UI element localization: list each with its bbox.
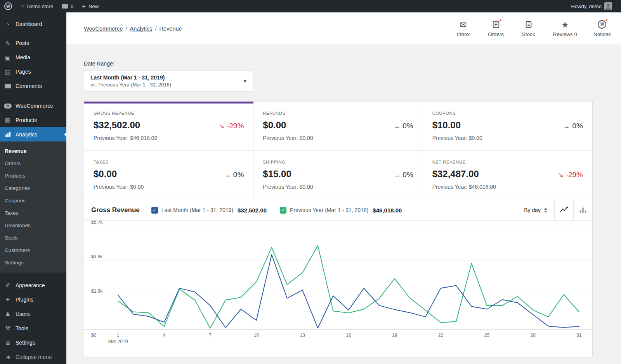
bar-chart-toggle-button[interactable]	[573, 200, 592, 220]
sidebar-item-comments[interactable]: Comments	[0, 79, 66, 93]
menu-separator	[0, 31, 66, 36]
stat-card-shipping[interactable]: SHIPPING $15.00 →0% Previous Year: $0.00	[253, 151, 423, 200]
previous-value: Previous Year: $0.00	[263, 135, 413, 141]
new-label: New	[88, 3, 99, 9]
plugins-icon: ✦	[4, 297, 12, 302]
stat-card-taxes[interactable]: TAXES $0.00 →0% Previous Year: $0.00	[84, 151, 253, 200]
trend-indicator: ↘-29%	[558, 171, 583, 179]
sidebar-item-appearance[interactable]: ✐ Appearance	[0, 278, 66, 292]
breadcrumb-woocommerce-link[interactable]: WooCommerce	[84, 26, 123, 32]
submenu-item-orders[interactable]: Orders	[0, 157, 66, 169]
submenu-item-taxes[interactable]: Taxes	[0, 207, 66, 219]
sidebar-item-label: WooCommerce	[16, 103, 53, 109]
submenu-item-customers[interactable]: Customers	[0, 244, 66, 256]
submenu-item-stock[interactable]: Stock	[0, 231, 66, 244]
analytics-icon	[4, 132, 12, 137]
svg-text:19: 19	[392, 333, 397, 338]
dashboard-icon: ◔	[4, 21, 12, 27]
checkbox-checked[interactable]: ✓	[151, 207, 158, 214]
sidebar-item-plugins[interactable]: ✦ Plugins	[0, 292, 66, 307]
plus-icon: +	[82, 3, 86, 10]
comments-shortcut[interactable]: 0	[57, 0, 78, 12]
trend-down-icon: ↘	[219, 122, 224, 130]
stat-card-refunds[interactable]: REFUNDS $0.00 →0% Previous Year: $0.00	[253, 102, 423, 151]
previous-value: Previous Year: $0.00	[432, 135, 583, 141]
svg-text:7: 7	[209, 333, 212, 338]
submenu-item-revenue[interactable]: Revenue	[0, 145, 66, 157]
collapse-menu-button[interactable]: ◄ Collapse menu	[0, 350, 66, 364]
interval-select[interactable]: By day	[517, 200, 554, 220]
stat-value: $0.00	[94, 169, 117, 179]
trend-down-icon: ↘	[558, 171, 563, 179]
inbox-icon: ✉	[460, 20, 467, 29]
svg-text:1: 1	[117, 333, 120, 338]
sidebar-item-pages[interactable]: ▤ Pages	[0, 65, 66, 79]
checkbox-checked[interactable]: ✓	[280, 207, 286, 214]
activity-orders[interactable]: Orders	[488, 20, 504, 37]
submenu-item-products[interactable]: Products	[0, 169, 66, 182]
trend-flat-icon: →	[394, 122, 400, 130]
sidebar-item-tools[interactable]: ⚒ Tools	[0, 321, 66, 335]
sidebar-item-media[interactable]: ▣ Media	[0, 50, 66, 65]
woocommerce-icon: W	[4, 104, 12, 109]
svg-text:$3.8k: $3.8k	[91, 254, 103, 259]
svg-text:$1.9k: $1.9k	[91, 288, 103, 294]
svg-text:31: 31	[576, 333, 582, 338]
site-name: Demo store	[27, 3, 53, 9]
activity-inbox[interactable]: ✉ Inbox	[455, 20, 472, 37]
breadcrumb-analytics-link[interactable]: Analytics	[130, 26, 152, 32]
bar-chart-icon	[579, 206, 587, 214]
svg-text:4: 4	[163, 333, 165, 338]
svg-text:16: 16	[346, 333, 351, 338]
stat-card-coupons[interactable]: COUPONS $10.00 →0% Previous Year: $0.00	[423, 102, 592, 151]
my-account-menu[interactable]: Howdy, demo	[567, 0, 616, 12]
activity-reviews[interactable]: ★ Reviews 0	[553, 20, 577, 37]
sidebar-item-label: Analytics	[16, 131, 37, 138]
comments-icon	[4, 84, 12, 88]
main-content: WooCommerce/Analytics/Revenue ✉ Inbox Or…	[66, 12, 621, 364]
activity-notices[interactable]: W Notices	[593, 20, 611, 37]
notices-icon: W	[598, 20, 606, 29]
analytics-topbar: WooCommerce/Analytics/Revenue ✉ Inbox Or…	[66, 12, 621, 45]
sidebar-item-label: Products	[16, 117, 37, 123]
sidebar-item-settings[interactable]: ≣ Settings	[0, 335, 66, 350]
legend-previous-year[interactable]: ✓ Previous Year (Mar 1 - 31, 2018) $46,0…	[280, 207, 402, 214]
previous-value: Previous Year: $0.00	[263, 184, 413, 190]
sidebar-item-products[interactable]: ▦ Products	[0, 113, 66, 128]
new-content-menu[interactable]: + New	[78, 0, 103, 12]
media-icon: ▣	[4, 55, 12, 60]
stock-icon	[524, 20, 533, 29]
stat-card-net-revenue[interactable]: NET REVENUE $32,487.00 ↘-29% Previous Ye…	[423, 151, 592, 200]
svg-text:$5.7k: $5.7k	[91, 221, 103, 225]
submenu-item-coupons[interactable]: Coupons	[0, 194, 66, 207]
wp-logo-menu[interactable]: W	[0, 0, 16, 12]
date-range-secondary: vs. Previous Year (Mar 1 - 31, 2018)	[90, 82, 171, 88]
sidebar-item-posts[interactable]: ✎ Posts	[0, 36, 66, 50]
previous-value: Previous Year: $46,018.00	[432, 184, 583, 190]
svg-text:28: 28	[531, 333, 536, 338]
sidebar-item-analytics[interactable]: Analytics	[0, 127, 66, 141]
date-range-label: Date Range:	[84, 60, 593, 67]
submenu-item-downloads[interactable]: Downloads	[0, 219, 66, 231]
comment-bubble-icon	[62, 4, 68, 9]
svg-text:13: 13	[300, 333, 305, 338]
sidebar-item-dashboard[interactable]: ◔ Dashboard	[0, 17, 66, 31]
stat-value: $0.00	[263, 120, 286, 131]
stat-value: $15.00	[263, 169, 291, 179]
line-chart-toggle-button[interactable]	[554, 200, 573, 220]
sidebar-item-label: Users	[16, 311, 30, 317]
legend-last-month[interactable]: ✓ Last Month (Mar 1 - 31, 2019) $32,502.…	[151, 207, 267, 214]
sidebar-item-label: Media	[16, 54, 30, 60]
sidebar-item-users[interactable]: ♟ Users	[0, 307, 66, 321]
date-range-dropdown[interactable]: Last Month (Mar 1 - 31, 2019) vs. Previo…	[84, 71, 253, 91]
stat-card-gross-revenue[interactable]: GROSS REVENUE $32,502.00 ↘-29% Previous …	[84, 102, 253, 151]
activity-stock[interactable]: Stock	[520, 20, 537, 37]
sort-arrows-icon	[544, 208, 547, 213]
trend-flat-icon: →	[224, 171, 231, 179]
activity-panel: ✉ Inbox Orders Stock ★	[455, 20, 611, 37]
site-name-link[interactable]: ⌂ Demo store	[16, 0, 57, 12]
submenu-item-settings[interactable]: Settings	[0, 256, 66, 269]
sidebar-item-woocommerce[interactable]: W WooCommerce	[0, 99, 66, 113]
sidebar-item-label: Pages	[16, 69, 31, 75]
submenu-item-categories[interactable]: Categories	[0, 182, 66, 194]
